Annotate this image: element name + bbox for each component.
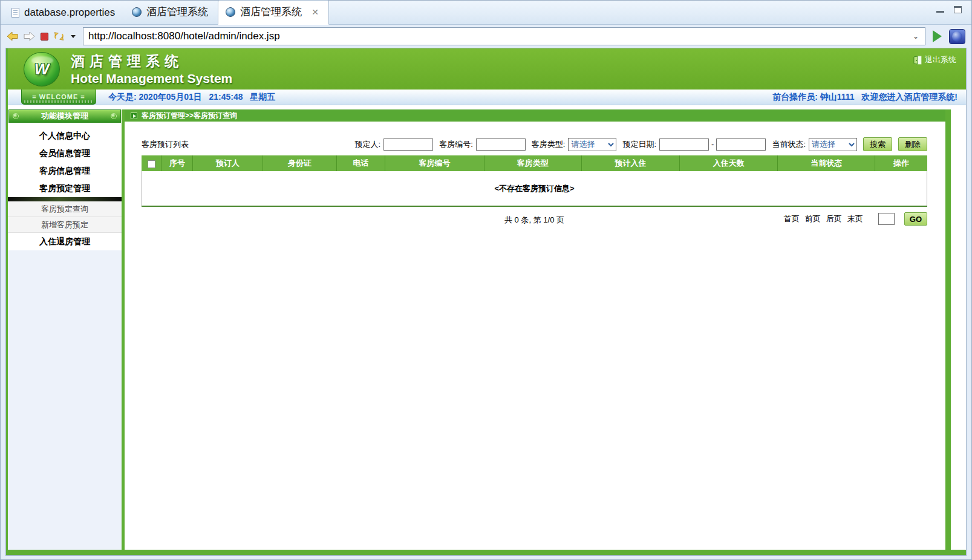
welcome-bar: = WELCOME = 今天是: 2020年05月01日 21:45:48 星期… [8,90,966,105]
date-from-input[interactable] [659,138,709,151]
browser-viewport: W 酒店管理系统 Hotel Management System 退出系统 = … [5,48,967,556]
sidebar-item-checkin-checkout[interactable]: 入住退房管理 [8,233,122,250]
page-right-border [945,109,951,550]
tab-database-properties[interactable]: database.properties [4,2,125,24]
page-links: 首页 前页 后页 末页 GO [784,212,927,226]
last-page-link[interactable]: 末页 [847,213,863,224]
logout-label: 退出系统 [925,54,956,65]
booking-table: 序号 预订人 身份证 电话 客房编号 客房类型 预计入住 入住天数 当前状态 [142,155,927,207]
browser-icon[interactable] [949,29,965,44]
bullet-icon [13,113,19,119]
sidebar-separator [8,197,122,201]
room-type-select[interactable]: 请选择 [568,138,616,151]
delete-button[interactable]: 删除 [898,137,927,151]
col-stay-days: 入住天数 [680,155,778,171]
filter-fields: 预定人: 客房编号: 客房类型: 请选择 预定日期: - [349,137,927,151]
col-actions: 操作 [875,155,927,171]
list-title: 客房预订列表 [142,139,189,150]
tab-hotel-system-2-active[interactable]: 酒店管理系统 ✕ [218,0,329,25]
eclipse-window: database.properties 酒店管理系统 酒店管理系统 ✕ [0,0,972,560]
first-page-link[interactable]: 首页 [784,213,800,224]
bullet-icon [111,113,117,119]
breadcrumb: 客房预订管理>>客房预订查询 [125,109,945,122]
empty-row: <不存在客房预订信息> [142,171,927,206]
sidebar-item-room-booking[interactable]: 客房预定管理 [8,180,122,197]
url-input[interactable] [88,30,909,42]
page-titles: 酒店管理系统 Hotel Management System [71,52,232,86]
exit-door-icon [913,56,922,65]
booking-date-label: 预定日期: [622,139,656,150]
minimize-icon[interactable] [936,11,944,13]
refresh-icon[interactable] [54,31,64,41]
page-bottom-border [8,550,966,555]
sidebar-item-personal-info[interactable]: 个人信息中心 [8,127,122,145]
hotel-page: W 酒店管理系统 Hotel Management System 退出系统 = … [6,48,966,555]
reserver-input[interactable] [383,138,433,151]
file-icon [11,8,19,18]
hotel-logo: W [24,52,60,86]
col-phone: 电话 [336,155,385,171]
col-expected-checkin: 预计入住 [581,155,679,171]
sidebar-subitem-booking-query[interactable]: 客房预定查询 [8,201,122,217]
welcome-badge: = WELCOME = [21,90,96,105]
next-page-link[interactable]: 后页 [826,213,842,224]
go-icon[interactable] [933,30,942,42]
window-controls [936,6,962,13]
globe-icon [132,7,142,17]
tab-label: database.properties [24,7,115,19]
tab-hotel-system-1[interactable]: 酒店管理系统 [125,1,218,24]
stop-icon[interactable] [41,33,48,41]
close-icon[interactable]: ✕ [311,8,319,16]
select-all-checkbox[interactable] [148,160,155,168]
empty-message: <不存在客房预订信息> [142,171,927,206]
page-subtitle: Hotel Management System [71,71,232,86]
page-right-gap [951,109,966,550]
back-icon[interactable] [7,31,18,41]
breadcrumb-text: 客房预订管理>>客房预订查询 [142,111,237,121]
breadcrumb-play-icon [131,112,137,119]
page-title: 酒店管理系统 [71,52,232,71]
filter-row: 客房预订列表 预定人: 客房编号: 客房类型: 请选择 预定日期: [142,137,927,151]
toolbar-dropdown-icon[interactable] [71,35,76,38]
select-all-cell [142,155,161,171]
search-button[interactable]: 搜索 [863,137,892,151]
prev-page-link[interactable]: 前页 [805,213,821,224]
page-number-input[interactable] [878,213,895,225]
url-bar: ⌄ [83,27,925,45]
page-header: W 酒店管理系统 Hotel Management System 退出系统 [8,48,966,90]
status-label: 当前状态: [772,139,806,150]
globe-icon [226,7,235,17]
forward-icon[interactable] [24,31,35,41]
browser-toolbar: ⌄ [1,25,971,48]
nav-icons [7,31,76,41]
sidebar-item-room-info[interactable]: 客房信息管理 [8,162,122,180]
go-button[interactable]: GO [904,212,927,226]
room-type-label: 客房类型: [532,139,566,150]
operator-text: 前台操作员: 钟山1111 欢迎您进入酒店管理系统! [772,92,957,103]
pagination: 共 0 条, 第 1/0 页 首页 前页 后页 末页 GO [142,208,927,230]
sidebar-subitem-new-booking[interactable]: 新增客房预定 [8,217,122,233]
date-separator: - [711,140,714,149]
sphere-icon [952,31,962,42]
content-area: 客房预订列表 预定人: 客房编号: 客房类型: 请选择 预定日期: [125,122,945,230]
sidebar-header: 功能模块管理 [8,109,121,123]
editor-tabbar: database.properties 酒店管理系统 酒店管理系统 ✕ [1,1,971,25]
logout-button[interactable]: 退出系统 [913,54,956,65]
room-no-input[interactable] [476,138,526,151]
status-select[interactable]: 请选择 [809,138,857,151]
date-to-input[interactable] [716,138,766,151]
room-no-label: 客房编号: [439,139,473,150]
sidebar-item-member-info[interactable]: 会员信息管理 [8,145,122,162]
page-body: 功能模块管理 个人信息中心 会员信息管理 客房信息管理 客房预定管理 客房预定查… [8,105,966,550]
main-panel: 客房预订管理>>客房预订查询 客房预订列表 预定人: 客房编号: 客房类型: [125,109,945,550]
table-header-row: 序号 预订人 身份证 电话 客房编号 客房类型 预计入住 入住天数 当前状态 [142,155,927,171]
col-reserver: 预订人 [193,155,263,171]
sidebar-header-label: 功能模块管理 [41,111,88,122]
record-summary: 共 0 条, 第 1/0 页 [504,215,564,226]
col-room-no: 客房编号 [385,155,484,171]
today-text: 今天是: 2020年05月01日 21:45:48 星期五 [108,92,275,103]
maximize-icon[interactable] [954,6,962,13]
col-room-type: 客房类型 [484,155,581,171]
logo-letter: W [34,60,50,79]
url-dropdown-icon[interactable]: ⌄ [909,32,922,41]
